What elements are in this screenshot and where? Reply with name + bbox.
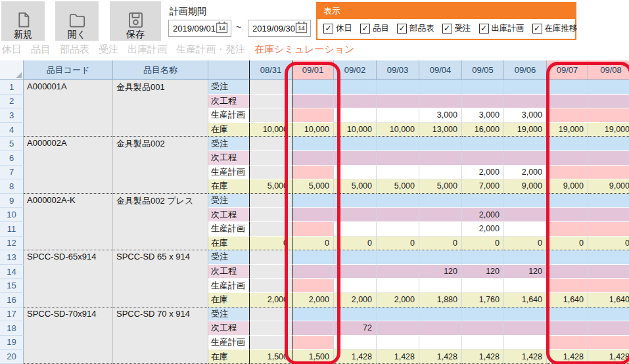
value-cell[interactable]: 72: [334, 321, 377, 336]
value-cell[interactable]: [547, 80, 588, 95]
column-header-row-type[interactable]: [208, 60, 250, 80]
item-name-cell[interactable]: SPCC-SD 70 x 914: [113, 307, 208, 364]
value-cell[interactable]: [334, 137, 377, 151]
value-cell[interactable]: [588, 265, 629, 279]
value-cell[interactable]: [462, 151, 504, 166]
value-cell[interactable]: [334, 336, 377, 350]
value-cell[interactable]: [588, 250, 629, 265]
value-cell[interactable]: [377, 336, 419, 350]
value-cell[interactable]: 9,000: [588, 179, 629, 194]
column-header-item-name[interactable]: 品目名称: [113, 60, 208, 80]
row-type-label-order[interactable]: 受注: [208, 80, 250, 95]
value-cell[interactable]: 2,000: [504, 166, 547, 180]
row-type-label-next[interactable]: 次工程: [208, 321, 250, 336]
start-date-input[interactable]: 2019/09/01 14: [168, 20, 231, 37]
value-cell[interactable]: [292, 208, 334, 222]
value-cell[interactable]: [334, 208, 377, 222]
value-cell[interactable]: [250, 279, 292, 293]
value-cell[interactable]: 2,000: [462, 222, 504, 237]
value-cell[interactable]: [547, 336, 588, 350]
checkbox-bom[interactable]: ✓: [397, 24, 407, 34]
row-number[interactable]: 5: [0, 137, 24, 151]
row-number[interactable]: 3: [0, 108, 24, 123]
value-cell[interactable]: [250, 108, 292, 123]
value-cell[interactable]: 1,428: [377, 350, 419, 364]
value-cell[interactable]: [292, 222, 334, 237]
value-cell[interactable]: 1,760: [462, 293, 504, 307]
value-cell[interactable]: [419, 208, 462, 222]
row-type-label-order[interactable]: 受注: [208, 250, 250, 265]
value-cell[interactable]: [547, 95, 588, 109]
value-cell[interactable]: [250, 222, 292, 237]
value-cell[interactable]: [377, 307, 419, 322]
value-cell[interactable]: [250, 194, 292, 208]
value-cell[interactable]: [547, 279, 588, 293]
value-cell[interactable]: [419, 137, 462, 151]
value-cell[interactable]: [588, 166, 629, 180]
value-cell[interactable]: [419, 194, 462, 208]
row-number[interactable]: 11: [0, 222, 24, 237]
item-code-cell[interactable]: A000001A: [24, 80, 113, 137]
end-date-input[interactable]: 2019/09/30 14: [248, 20, 311, 37]
value-cell[interactable]: [292, 137, 334, 151]
row-type-label-order[interactable]: 受注: [208, 307, 250, 322]
value-cell[interactable]: [588, 208, 629, 222]
value-cell[interactable]: [419, 279, 462, 293]
value-cell[interactable]: [377, 95, 419, 109]
value-cell[interactable]: 2,000: [250, 293, 292, 307]
value-cell[interactable]: [334, 279, 377, 293]
value-cell[interactable]: [292, 250, 334, 265]
value-cell[interactable]: [504, 95, 547, 109]
value-cell[interactable]: 5,000: [419, 179, 462, 194]
row-number[interactable]: 19: [0, 336, 24, 350]
checkbox-orders[interactable]: ✓: [442, 24, 452, 34]
row-number[interactable]: 15: [0, 279, 24, 293]
value-cell[interactable]: 7,000: [462, 179, 504, 194]
value-cell[interactable]: [292, 108, 334, 123]
value-cell[interactable]: [334, 108, 377, 123]
value-cell[interactable]: [588, 336, 629, 350]
value-cell[interactable]: [292, 194, 334, 208]
value-cell[interactable]: 2,000: [377, 293, 419, 307]
value-cell[interactable]: [334, 307, 377, 322]
value-cell[interactable]: [250, 208, 292, 222]
date-column-header[interactable]: 08/31: [250, 60, 292, 80]
value-cell[interactable]: [588, 279, 629, 293]
value-cell[interactable]: 0: [588, 237, 629, 251]
value-cell[interactable]: [419, 151, 462, 166]
tab-holiday[interactable]: 休日: [2, 43, 22, 56]
value-cell[interactable]: [419, 321, 462, 336]
value-cell[interactable]: [334, 222, 377, 237]
date-column-header[interactable]: 09/07: [547, 60, 588, 80]
row-type-label-stock[interactable]: 在庫: [208, 123, 250, 137]
value-cell[interactable]: [334, 151, 377, 166]
value-cell[interactable]: 10,000: [292, 123, 334, 137]
value-cell[interactable]: [377, 208, 419, 222]
value-cell[interactable]: [377, 194, 419, 208]
row-number[interactable]: 8: [0, 179, 24, 194]
value-cell[interactable]: 2,000: [462, 166, 504, 180]
value-cell[interactable]: [504, 321, 547, 336]
value-cell[interactable]: 3,000: [419, 108, 462, 123]
value-cell[interactable]: [292, 151, 334, 166]
value-cell[interactable]: [462, 307, 504, 322]
row-type-label-stock[interactable]: 在庫: [208, 237, 250, 251]
value-cell[interactable]: [250, 151, 292, 166]
value-cell[interactable]: [377, 265, 419, 279]
item-name-cell[interactable]: 金具製品002: [113, 137, 208, 193]
row-number[interactable]: 17: [0, 307, 24, 322]
row-number[interactable]: 2: [0, 95, 24, 109]
value-cell[interactable]: [419, 336, 462, 350]
row-number[interactable]: 18: [0, 321, 24, 336]
value-cell[interactable]: [547, 250, 588, 265]
value-cell[interactable]: [588, 95, 629, 109]
row-number[interactable]: 9: [0, 194, 24, 208]
value-cell[interactable]: [462, 137, 504, 151]
tab-production-plan[interactable]: 生産計画・発注: [176, 43, 245, 56]
value-cell[interactable]: [377, 321, 419, 336]
value-cell[interactable]: 1,428: [462, 350, 504, 364]
row-type-label-order[interactable]: 受注: [208, 194, 250, 208]
display-option-items[interactable]: ✓品目: [360, 23, 389, 34]
value-cell[interactable]: [419, 166, 462, 180]
row-number[interactable]: 12: [0, 237, 24, 251]
